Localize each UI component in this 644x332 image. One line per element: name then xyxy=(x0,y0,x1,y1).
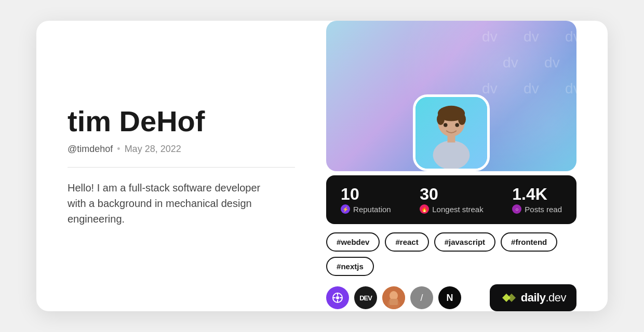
social-icon-dev[interactable]: DEV xyxy=(354,286,377,309)
stat-streak: 30 🔥 Longest streak xyxy=(420,186,483,214)
streak-icon: 🔥 xyxy=(420,204,429,214)
deco-5: dv xyxy=(544,54,560,71)
tag-nextjs[interactable]: #nextjs xyxy=(326,257,374,276)
divider xyxy=(68,167,295,168)
profile-card: tim DeHof @timdehof • May 28, 2022 Hello… xyxy=(36,21,608,311)
deco-2: dv xyxy=(524,29,539,45)
svg-point-5 xyxy=(433,141,470,169)
daily-dev-text: daily.dev xyxy=(521,291,566,305)
svg-point-3 xyxy=(437,114,445,125)
social-icon-n[interactable]: N xyxy=(438,286,461,309)
posts-read-label: ○ Posts read xyxy=(512,204,562,214)
bottom-row: DEV / N dai xyxy=(326,284,576,311)
social-icon-crosshair[interactable] xyxy=(326,286,349,309)
deco-8: dv xyxy=(565,80,576,97)
social-icon-slash[interactable]: / xyxy=(410,286,433,309)
streak-label-text: Longest streak xyxy=(432,205,483,214)
reputation-label-text: Reputation xyxy=(353,205,391,214)
svg-point-8 xyxy=(455,123,459,127)
stats-bar: 10 ⚡ Reputation 30 🔥 Longest streak 1.4K… xyxy=(326,175,576,224)
avatar-svg xyxy=(415,97,487,169)
user-handle: @timdehof xyxy=(68,144,113,155)
tag-react[interactable]: #react xyxy=(385,232,428,252)
stat-reputation: 10 ⚡ Reputation xyxy=(341,186,391,214)
social-icons: DEV / N xyxy=(326,286,461,309)
daily-dev-icon xyxy=(500,289,517,306)
avatar-container xyxy=(410,78,493,171)
user-meta: @timdehof • May 28, 2022 xyxy=(68,144,295,155)
reputation-icon: ⚡ xyxy=(341,204,350,214)
svg-point-10 xyxy=(336,296,339,299)
right-section: dv dv dv dv dv dv dv dv xyxy=(326,21,576,311)
streak-label: 🔥 Longest streak xyxy=(420,204,483,214)
svg-point-4 xyxy=(458,114,466,125)
svg-point-7 xyxy=(444,123,447,127)
deco-3: dv xyxy=(565,29,576,45)
tags-section: #webdev #react #javascript #frontend #ne… xyxy=(326,232,576,276)
tag-javascript[interactable]: #javascript xyxy=(434,232,495,252)
avatar xyxy=(413,94,490,171)
reputation-label: ⚡ Reputation xyxy=(341,204,391,214)
deco-4: dv xyxy=(503,54,518,71)
posts-read-label-text: Posts read xyxy=(525,205,562,214)
meta-dot: • xyxy=(117,144,120,155)
tag-frontend[interactable]: #frontend xyxy=(501,232,557,252)
streak-value: 30 xyxy=(420,186,483,202)
deco-1: dv xyxy=(482,29,498,45)
user-name: tim DeHof xyxy=(68,105,295,137)
user-bio: Hello! I am a full-stack software develo… xyxy=(68,180,265,227)
posts-read-value: 1.4K xyxy=(512,186,562,202)
join-date: May 28, 2022 xyxy=(125,144,181,155)
svg-rect-6 xyxy=(448,134,455,143)
svg-rect-18 xyxy=(390,299,398,305)
deco-7: dv xyxy=(524,80,539,97)
profile-banner: dv dv dv dv dv dv dv dv xyxy=(326,21,576,171)
left-section: tim DeHof @timdehof • May 28, 2022 Hello… xyxy=(68,105,326,227)
posts-read-icon: ○ xyxy=(512,204,521,214)
daily-dev-logo[interactable]: daily.dev xyxy=(490,284,576,311)
tag-webdev[interactable]: #webdev xyxy=(326,232,380,252)
social-icon-avatar[interactable] xyxy=(382,286,405,309)
reputation-value: 10 xyxy=(341,186,391,202)
stat-posts-read: 1.4K ○ Posts read xyxy=(512,186,562,214)
